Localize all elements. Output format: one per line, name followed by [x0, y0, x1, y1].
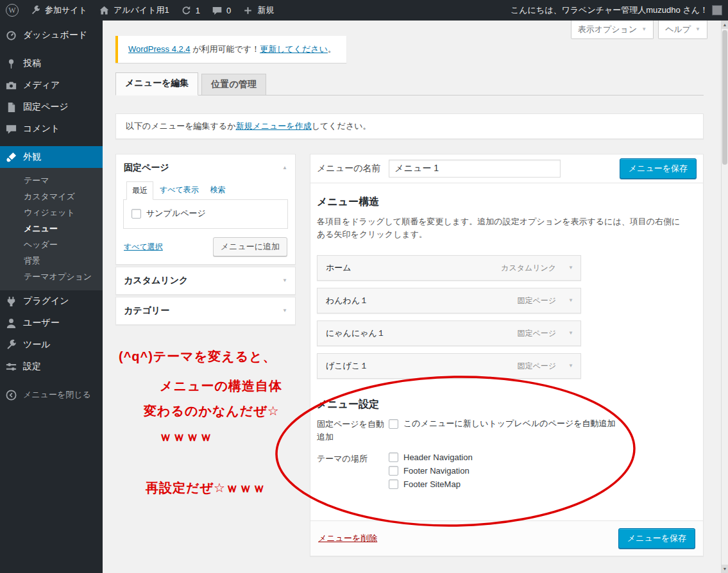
- caret-down-glyph: ▼: [723, 567, 727, 571]
- tab-most-recent[interactable]: 最近: [126, 181, 153, 200]
- tab-search[interactable]: 検索: [205, 181, 231, 200]
- menu-structure-help: 各項目をドラッグして順番を変更します。追加の設定オプションを表示するには、項目の…: [317, 215, 686, 241]
- pages-panel-title: 固定ページ: [124, 162, 169, 174]
- home-icon: [99, 5, 110, 16]
- sidebar-item-pages[interactable]: 固定ページ: [0, 96, 103, 118]
- sidebar-label: コメント: [23, 123, 60, 135]
- categories-panel: カテゴリー ▼: [115, 297, 296, 325]
- sidebar-item-posts[interactable]: 投稿: [0, 53, 103, 74]
- chevron-down-icon[interactable]: ▼: [568, 265, 573, 270]
- menu-item-gekogeko[interactable]: げこげこ１ 固定ページ ▼: [317, 353, 581, 379]
- categories-panel-title: カテゴリー: [124, 305, 169, 317]
- dashboard-icon: [5, 29, 17, 42]
- screen-meta-links: 表示オプション ▼ ヘルプ ▼: [571, 21, 707, 39]
- sidebar-label: メディア: [23, 79, 60, 91]
- pages-panel-footer: すべて選択 メニューに追加: [123, 237, 288, 256]
- submenu-item-widgets[interactable]: ウィジェット: [0, 204, 103, 220]
- menu-item-type: 固定ページ: [518, 361, 557, 372]
- screen-options-button[interactable]: 表示オプション ▼: [571, 21, 654, 39]
- submenu-item-background[interactable]: 背景: [0, 253, 103, 269]
- menu-settings-heading: メニュー設定: [317, 398, 697, 411]
- delete-menu-link[interactable]: メニューを削除: [318, 533, 377, 544]
- sidebar-separator: [0, 140, 103, 146]
- submenu-item-theme-options[interactable]: テーマオプション: [0, 269, 103, 285]
- categories-panel-header[interactable]: カテゴリー ▼: [116, 297, 295, 324]
- sidebar-collapse-button[interactable]: メニューを閉じる: [0, 384, 103, 406]
- add-to-menu-button[interactable]: メニューに追加: [213, 237, 287, 256]
- submenu-item-menus[interactable]: メニュー: [0, 220, 103, 237]
- sidebar-item-media[interactable]: メディア: [0, 74, 103, 96]
- sidebar-item-settings[interactable]: 設定: [0, 356, 103, 378]
- chevron-down-icon[interactable]: ▼: [568, 331, 573, 336]
- menu-item-nyannyan[interactable]: にゃんにゃん１ 固定ページ ▼: [317, 320, 581, 346]
- wordpress-version-link[interactable]: WordPress 4.2.4: [128, 44, 190, 54]
- menu-item-label: ホーム: [326, 262, 351, 274]
- save-menu-button-top[interactable]: メニューを保存: [620, 158, 697, 179]
- create-new-menu-link[interactable]: 新規メニューを作成: [235, 121, 311, 131]
- menu-item-label: わんわん１: [326, 295, 368, 306]
- update-now-link[interactable]: 更新してください: [260, 44, 328, 54]
- sidebar-separator: [0, 378, 103, 384]
- menu-item-wanwan[interactable]: わんわん１ 固定ページ ▼: [317, 288, 581, 313]
- menu-item-home[interactable]: ホーム カスタムリンク ▼: [317, 255, 581, 281]
- tab-manage-locations[interactable]: 位置の管理: [201, 74, 266, 95]
- active-menu-arrow: [97, 152, 108, 162]
- tab-view-all[interactable]: すべて表示: [155, 181, 204, 200]
- screen-options-label: 表示オプション: [578, 24, 638, 35]
- sidebar-label: ダッシュボード: [23, 29, 87, 41]
- my-sites-link[interactable]: 参加サイト: [24, 0, 93, 21]
- submenu-item-customize[interactable]: カスタマイズ: [0, 188, 103, 204]
- new-content-link[interactable]: 新規: [237, 0, 280, 21]
- appearance-submenu: テーマ カスタマイズ ウィジェット メニュー ヘッダー 背景 テーマオプション: [0, 168, 103, 290]
- scroll-up-arrow[interactable]: ▲: [722, 21, 728, 29]
- sidebar-item-appearance[interactable]: 外観: [0, 146, 103, 168]
- tools-wrench-icon: [5, 339, 17, 351]
- manage-menus-text: 以下のメニューを編集するか: [126, 121, 235, 131]
- wrench-icon: [30, 5, 41, 16]
- pages-checklist: サンプルページ: [123, 199, 288, 229]
- posts-icon: [5, 58, 17, 70]
- location-footer-sitemap-checkbox[interactable]: [389, 479, 398, 489]
- update-notice-period: 。: [328, 44, 336, 54]
- custom-links-panel-header[interactable]: カスタムリンク ▼: [116, 267, 295, 294]
- auto-add-label: 固定ページを自動追加: [317, 418, 389, 443]
- save-menu-button-bottom[interactable]: メニューを保存: [618, 528, 695, 549]
- sidebar-label: 外観: [23, 151, 41, 163]
- select-all-link[interactable]: すべて選択: [124, 242, 163, 253]
- chevron-down-icon[interactable]: ▼: [568, 298, 573, 303]
- menu-editor-footer: メニューを削除 メニューを保存: [310, 520, 703, 556]
- current-site-link[interactable]: アルバイト用1: [93, 0, 175, 21]
- account-menu[interactable]: こんにちは、ワラベンチャー管理人muzudho さん！: [505, 0, 728, 21]
- pages-panel-header[interactable]: 固定ページ ▲: [116, 154, 295, 181]
- chevron-down-icon: ▼: [282, 278, 287, 283]
- help-button[interactable]: ヘルプ ▼: [658, 21, 707, 39]
- submenu-item-header[interactable]: ヘッダー: [0, 237, 103, 253]
- submenu-item-themes[interactable]: テーマ: [0, 172, 103, 188]
- chevron-down-icon[interactable]: ▼: [568, 363, 573, 369]
- scrollbar[interactable]: ▲ ▼: [721, 21, 728, 573]
- tab-edit-menus[interactable]: メニューを編集: [115, 72, 198, 96]
- auto-add-checkbox[interactable]: [389, 419, 398, 429]
- sidebar-label: ツール: [23, 339, 51, 351]
- wordpress-logo-menu[interactable]: W: [0, 0, 24, 21]
- sidebar-separator: [0, 46, 103, 53]
- location-header-navigation-checkbox[interactable]: [389, 453, 398, 462]
- scrollbar-thumb[interactable]: [722, 30, 727, 165]
- menu-screen-tabs: メニューを編集 位置の管理: [115, 72, 704, 96]
- comments-link[interactable]: 0: [206, 0, 237, 21]
- sidebar-label: ユーザー: [23, 317, 60, 329]
- location-footer-navigation-checkbox[interactable]: [389, 466, 398, 476]
- sidebar-item-dashboard[interactable]: ダッシュボード: [0, 24, 103, 46]
- plugins-plug-icon: [5, 295, 17, 308]
- sidebar-item-tools[interactable]: ツール: [0, 334, 103, 356]
- sidebar-item-plugins[interactable]: プラグイン: [0, 290, 103, 312]
- scroll-down-arrow[interactable]: ▼: [722, 565, 728, 573]
- sample-page-checkbox[interactable]: [131, 209, 141, 219]
- submenu-label: メニュー: [24, 223, 58, 235]
- sidebar-item-comments[interactable]: コメント: [0, 118, 103, 140]
- sidebar-item-users[interactable]: ユーザー: [0, 312, 103, 334]
- updates-link[interactable]: 1: [175, 0, 206, 21]
- appearance-brush-icon: [5, 151, 17, 163]
- custom-links-panel: カスタムリンク ▼: [115, 267, 296, 295]
- menu-name-input[interactable]: [389, 160, 561, 178]
